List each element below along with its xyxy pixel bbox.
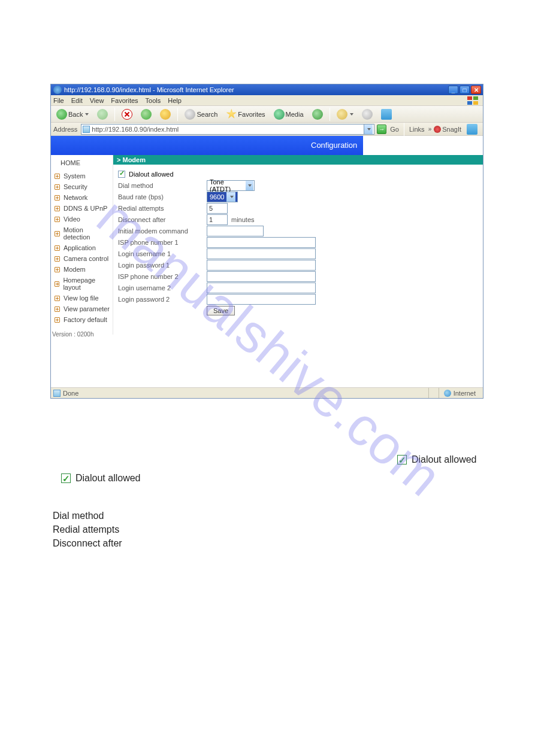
svg-rect-1 (473, 96, 478, 100)
save-button[interactable]: Save (207, 306, 235, 315)
page-viewport: Configuration HOME System Security Netwo… (51, 136, 483, 387)
star-icon (226, 109, 237, 120)
expand-icon (55, 195, 60, 201)
menu-file[interactable]: File (53, 97, 64, 104)
browser-window: http://192.168.0.90/index.html - Microso… (50, 84, 483, 399)
expand-icon (55, 256, 60, 262)
redial-attempts-input[interactable]: 5 (207, 203, 228, 214)
redial-attempts-label: Redial attempts (118, 205, 207, 212)
sidebar-item-motion-detection[interactable]: Motion detection (51, 224, 113, 242)
minimize-button[interactable]: _ (448, 86, 458, 94)
chevron-right-icon: » (428, 126, 432, 132)
expand-icon (55, 231, 60, 236)
chevron-down-icon (350, 113, 353, 116)
refresh-button[interactable] (138, 107, 155, 122)
sidebar-item-network[interactable]: Network (51, 192, 113, 203)
links-label: Links (409, 126, 425, 133)
address-dropdown[interactable] (364, 125, 373, 134)
stop-button[interactable] (119, 107, 135, 122)
title-bar: http://192.168.0.90/index.html - Microso… (51, 84, 483, 95)
separator (177, 108, 178, 121)
expand-icon (55, 184, 60, 190)
sidebar-item-modem[interactable]: Modem (51, 264, 113, 275)
search-button[interactable]: Search (182, 107, 220, 122)
anno-dial-method: Dial method (53, 509, 122, 523)
status-pane (428, 388, 439, 398)
media-button[interactable]: Media (271, 107, 307, 122)
go-button[interactable]: → (377, 125, 386, 134)
back-button[interactable]: Back (53, 107, 92, 122)
ie-icon (53, 86, 62, 94)
forward-button[interactable] (94, 107, 111, 122)
login-user-1-input[interactable] (207, 248, 316, 259)
isp-phone-1-label: ISP phone number 1 (118, 239, 207, 246)
checkbox-icon (61, 473, 71, 483)
initial-modem-cmd-label: Initial modem command (118, 227, 207, 235)
sidebar-item-ddns-upnp[interactable]: DDNS & UPnP (51, 203, 113, 214)
maximize-button[interactable]: □ (460, 86, 470, 94)
menu-view[interactable]: View (90, 97, 104, 104)
edit-button[interactable] (378, 107, 395, 122)
isp-phone-1-input[interactable] (207, 237, 316, 248)
baud-rate-label: Baud rate (bps) (118, 193, 207, 201)
anno-disconnect-after: Disconnect after (53, 536, 122, 550)
disconnect-after-input[interactable]: 1 (207, 214, 228, 225)
sidebar-item-security[interactable]: Security (51, 181, 113, 192)
windows-logo-icon (466, 96, 480, 105)
menu-favorites[interactable]: Favorites (111, 97, 138, 104)
sidebar-item-label: Motion detection (64, 226, 110, 241)
home-button[interactable] (157, 107, 174, 122)
sidebar-item-view-log-file[interactable]: View log file (51, 293, 113, 303)
favorites-button[interactable]: Favorites (223, 107, 268, 122)
menu-edit[interactable]: Edit (71, 97, 83, 104)
isp-phone-2-input[interactable] (207, 271, 316, 282)
sidebar-item-video[interactable]: Video (51, 214, 113, 224)
snagit-extra-button[interactable] (464, 122, 480, 136)
edit-icon (381, 109, 392, 120)
print-button[interactable] (359, 107, 376, 122)
history-button[interactable] (309, 107, 326, 122)
window-icon (467, 124, 477, 135)
sidebar-item-application[interactable]: Application (51, 242, 113, 253)
svg-rect-0 (467, 96, 472, 100)
dial-method-value: Tone (ATDT) (210, 178, 243, 193)
sidebar-item-label: Homepage layout (63, 277, 110, 291)
sidebar-item-label: View parameter (64, 305, 110, 312)
modem-form: Dialout allowed Dial method Tone (ATDT) … (113, 165, 483, 320)
baud-rate-select[interactable]: 9600 (207, 192, 238, 202)
close-button[interactable]: ✕ (471, 86, 481, 94)
anno-dialout-left: Dialout allowed (61, 473, 141, 484)
sidebar-item-homepage-layout[interactable]: Homepage layout (51, 275, 113, 293)
address-input[interactable]: http://192.168.0.90/index.html (81, 124, 374, 135)
anno-label: Dialout allowed (412, 454, 477, 465)
sidebar-item-factory-default[interactable]: Factory default (51, 314, 113, 325)
go-label: Go (390, 126, 399, 133)
section-header: > Modem (113, 155, 483, 165)
anno-list: Dial method Redial attempts Disconnect a… (53, 509, 122, 550)
dial-method-select[interactable]: Tone (ATDT) (207, 180, 255, 191)
print-icon (362, 109, 373, 120)
sidebar-item-label: Network (64, 194, 87, 201)
back-label: Back (68, 111, 83, 118)
history-icon (312, 109, 323, 120)
login-user-2-input[interactable] (207, 283, 316, 293)
login-user-2-label: Login username 2 (118, 284, 207, 292)
login-pass-2-input[interactable] (207, 294, 316, 305)
login-pass-1-input[interactable] (207, 260, 316, 271)
sidebar-item-camera-control[interactable]: Camera control (51, 253, 113, 264)
snagit-button[interactable]: SnagIt (434, 126, 461, 133)
sidebar-item-label: Camera control (64, 255, 108, 262)
dialout-allowed-checkbox[interactable] (118, 171, 125, 178)
initial-modem-cmd-input[interactable] (207, 226, 264, 236)
menu-help[interactable]: Help (168, 97, 182, 104)
anno-redial-attempts: Redial attempts (53, 523, 122, 536)
refresh-icon (141, 109, 152, 120)
sidebar-item-view-parameter[interactable]: View parameter (51, 303, 113, 314)
isp-phone-2-label: ISP phone number 2 (118, 273, 207, 280)
mail-button[interactable] (334, 107, 356, 122)
menu-tools[interactable]: Tools (146, 97, 161, 104)
sidebar-item-label: DDNS & UPnP (64, 205, 107, 212)
address-bar: Address http://192.168.0.90/index.html →… (51, 123, 483, 136)
sidebar-item-system[interactable]: System (51, 171, 113, 181)
sidebar-home[interactable]: HOME (51, 155, 113, 171)
